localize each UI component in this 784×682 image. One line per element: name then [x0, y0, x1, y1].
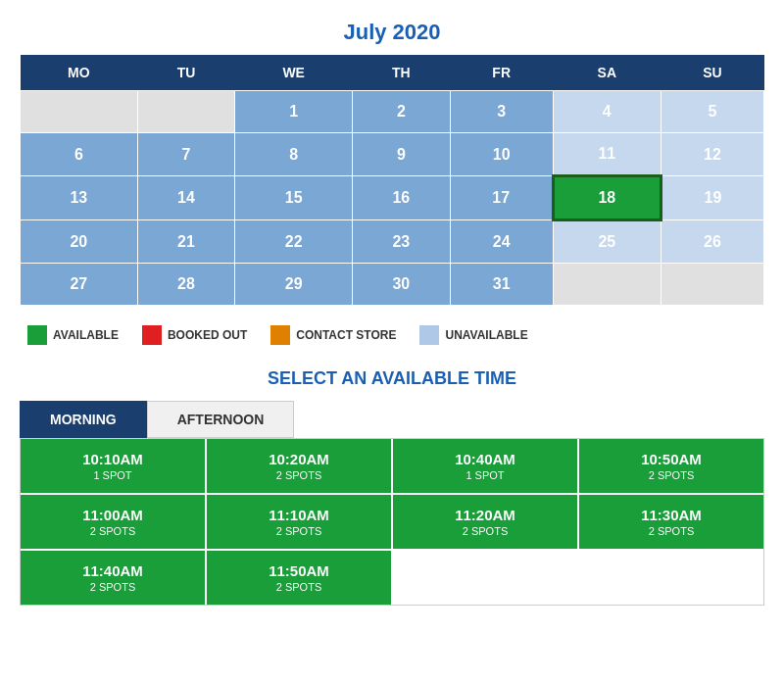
calendar-header-su: SU [661, 55, 763, 91]
calendar-cell-2[interactable]: 2 [353, 91, 451, 133]
calendar-cell-24[interactable]: 24 [450, 220, 553, 264]
legend-available: AVAILABLE [27, 325, 119, 345]
calendar-cell-26[interactable]: 26 [661, 220, 763, 264]
calendar-cell-12[interactable]: 12 [661, 133, 763, 176]
calendar-cell-19[interactable]: 19 [661, 176, 763, 220]
contact-color-swatch [270, 325, 290, 345]
time-slot-1100am[interactable]: 11:00AM2 SPOTS [21, 495, 205, 549]
calendar-cell-empty [553, 264, 661, 306]
slot-spots: 2 SPOTS [26, 581, 199, 593]
calendar-cell-6[interactable]: 6 [21, 133, 138, 176]
available-label: AVAILABLE [53, 328, 119, 342]
calendar-header-we: WE [235, 55, 353, 91]
slot-spots: 1 SPOT [399, 469, 571, 481]
time-slot-1020am[interactable]: 10:20AM2 SPOTS [207, 439, 391, 493]
slot-time: 10:50AM [585, 451, 758, 467]
slot-time: 11:00AM [26, 507, 199, 523]
calendar-cell-31[interactable]: 31 [450, 264, 553, 306]
slot-time: 11:20AM [399, 507, 571, 523]
slot-spots: 2 SPOTS [213, 581, 385, 593]
calendar-header-tu: TU [137, 55, 235, 91]
calendar-cell-15[interactable]: 15 [235, 176, 353, 220]
calendar-header-sa: SA [553, 55, 661, 91]
calendar-cell-16[interactable]: 16 [353, 176, 451, 220]
calendar-cell-29[interactable]: 29 [235, 264, 353, 306]
time-slot-1040am[interactable]: 10:40AM1 SPOT [393, 439, 577, 493]
time-slot-1130am[interactable]: 11:30AM2 SPOTS [579, 495, 763, 549]
time-slot-1110am[interactable]: 11:10AM2 SPOTS [207, 495, 391, 549]
calendar-cell-7[interactable]: 7 [137, 133, 235, 176]
tabs-container: MORNING AFTERNOON [20, 401, 764, 438]
calendar-cell-5[interactable]: 5 [661, 91, 763, 133]
booked-color-swatch [142, 325, 162, 345]
calendar-header-th: TH [353, 55, 451, 91]
unavailable-color-swatch [419, 325, 439, 345]
slot-time: 11:50AM [213, 562, 385, 579]
time-slot-1050am[interactable]: 10:50AM2 SPOTS [579, 439, 763, 493]
legend-booked: BOOKED OUT [142, 325, 247, 345]
slot-time: 10:20AM [213, 451, 385, 467]
tab-afternoon[interactable]: AFTERNOON [147, 401, 295, 438]
time-slot-1150am[interactable]: 11:50AM2 SPOTS [207, 551, 391, 605]
legend: AVAILABLE BOOKED OUT CONTACT STORE UNAVA… [20, 321, 764, 349]
calendar-cell-empty [137, 91, 235, 133]
calendar-cell-8[interactable]: 8 [235, 133, 353, 176]
contact-label: CONTACT STORE [296, 328, 396, 342]
calendar-cell-14[interactable]: 14 [137, 176, 235, 220]
tab-morning[interactable]: MORNING [20, 401, 147, 438]
booked-label: BOOKED OUT [168, 328, 247, 342]
slot-spots: 2 SPOTS [585, 525, 758, 537]
calendar-cell-13[interactable]: 13 [21, 176, 138, 220]
calendar-cell-11[interactable]: 11 [553, 133, 661, 176]
unavailable-label: UNAVAILABLE [445, 328, 527, 342]
slot-time: 11:40AM [26, 562, 199, 579]
calendar-cell-4[interactable]: 4 [553, 91, 661, 133]
slot-spots: 1 SPOT [26, 469, 199, 481]
calendar-cell-empty [21, 91, 138, 133]
calendar-cell-27[interactable]: 27 [21, 264, 138, 306]
calendar-cell-23[interactable]: 23 [353, 220, 451, 264]
calendar-cell-20[interactable]: 20 [21, 220, 138, 264]
slot-spots: 2 SPOTS [213, 469, 385, 481]
time-slot-1120am[interactable]: 11:20AM2 SPOTS [393, 495, 577, 549]
calendar-cell-18[interactable]: 18 [553, 176, 661, 220]
calendar-cell-22[interactable]: 22 [235, 220, 353, 264]
calendar-table: MOTUWETHFRSASU 1234567891011121314151617… [20, 55, 764, 306]
calendar-header-mo: MO [21, 55, 138, 91]
slot-time: 10:40AM [399, 451, 571, 467]
calendar-cell-1[interactable]: 1 [235, 91, 353, 133]
time-slot-1010am[interactable]: 10:10AM1 SPOT [21, 439, 205, 493]
calendar-cell-21[interactable]: 21 [137, 220, 235, 264]
slot-spots: 2 SPOTS [399, 525, 571, 537]
slot-spots: 2 SPOTS [26, 525, 199, 537]
calendar-cell-3[interactable]: 3 [450, 91, 553, 133]
calendar-cell-empty [661, 264, 763, 306]
calendar-cell-9[interactable]: 9 [353, 133, 451, 176]
calendar-cell-28[interactable]: 28 [137, 264, 235, 306]
calendar-cell-10[interactable]: 10 [450, 133, 553, 176]
slot-spots: 2 SPOTS [585, 469, 758, 481]
legend-unavailable: UNAVAILABLE [419, 325, 527, 345]
time-section-title: SELECT AN AVAILABLE TIME [20, 368, 764, 389]
slot-spots: 2 SPOTS [213, 525, 385, 537]
time-grid: 10:10AM1 SPOT10:20AM2 SPOTS10:40AM1 SPOT… [20, 438, 764, 606]
calendar-title: July 2020 [20, 20, 764, 45]
calendar-cell-30[interactable]: 30 [353, 264, 451, 306]
available-color-swatch [27, 325, 47, 345]
calendar-cell-25[interactable]: 25 [553, 220, 661, 264]
time-slot-1140am[interactable]: 11:40AM2 SPOTS [21, 551, 205, 605]
slot-time: 11:10AM [213, 507, 385, 523]
legend-contact: CONTACT STORE [270, 325, 396, 345]
slot-time: 11:30AM [585, 507, 758, 523]
slot-time: 10:10AM [26, 451, 199, 467]
calendar-header-fr: FR [450, 55, 553, 91]
calendar-cell-17[interactable]: 17 [450, 176, 553, 220]
